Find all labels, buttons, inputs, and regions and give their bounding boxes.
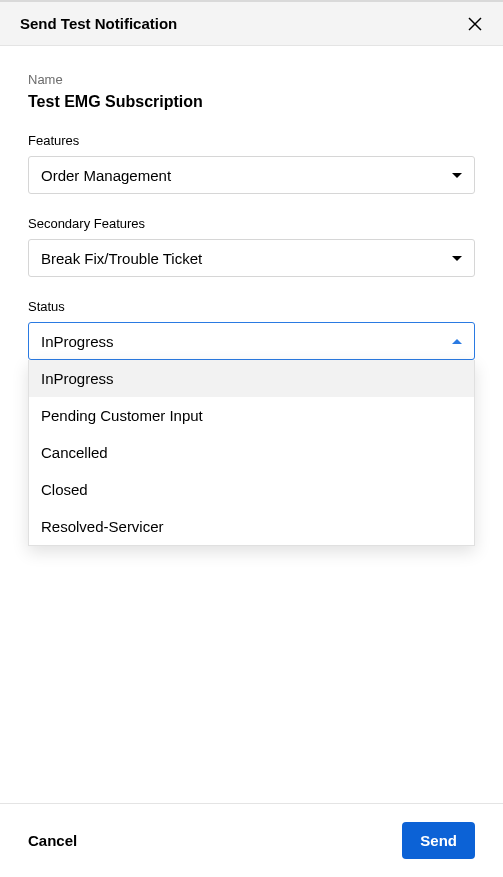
close-button[interactable] bbox=[461, 10, 489, 38]
close-icon bbox=[466, 15, 484, 33]
features-select-value: Order Management bbox=[41, 167, 171, 184]
cancel-button[interactable]: Cancel bbox=[28, 832, 77, 849]
chevron-down-icon bbox=[452, 173, 462, 178]
secondary-features-select[interactable]: Break Fix/Trouble Ticket bbox=[28, 239, 475, 277]
status-option[interactable]: Closed bbox=[29, 471, 474, 508]
status-dropdown: InProgressPending Customer InputCancelle… bbox=[28, 360, 475, 546]
send-test-notification-modal: Send Test Notification Name Test EMG Sub… bbox=[0, 0, 503, 877]
status-option[interactable]: Pending Customer Input bbox=[29, 397, 474, 434]
name-value: Test EMG Subscription bbox=[28, 93, 475, 111]
name-label: Name bbox=[28, 72, 475, 87]
modal-body: Name Test EMG Subscription Features Orde… bbox=[0, 46, 503, 803]
modal-title: Send Test Notification bbox=[20, 15, 177, 32]
status-label: Status bbox=[28, 299, 475, 314]
status-option[interactable]: Resolved-Servicer bbox=[29, 508, 474, 545]
status-option[interactable]: Cancelled bbox=[29, 434, 474, 471]
status-option[interactable]: InProgress bbox=[29, 360, 474, 397]
chevron-down-icon bbox=[452, 256, 462, 261]
features-select[interactable]: Order Management bbox=[28, 156, 475, 194]
send-button[interactable]: Send bbox=[402, 822, 475, 859]
status-select-value: InProgress bbox=[41, 333, 114, 350]
status-select[interactable]: InProgress bbox=[28, 322, 475, 360]
modal-header: Send Test Notification bbox=[0, 2, 503, 46]
chevron-up-icon bbox=[452, 339, 462, 344]
modal-footer: Cancel Send bbox=[0, 803, 503, 877]
secondary-features-label: Secondary Features bbox=[28, 216, 475, 231]
features-label: Features bbox=[28, 133, 475, 148]
secondary-features-select-value: Break Fix/Trouble Ticket bbox=[41, 250, 202, 267]
